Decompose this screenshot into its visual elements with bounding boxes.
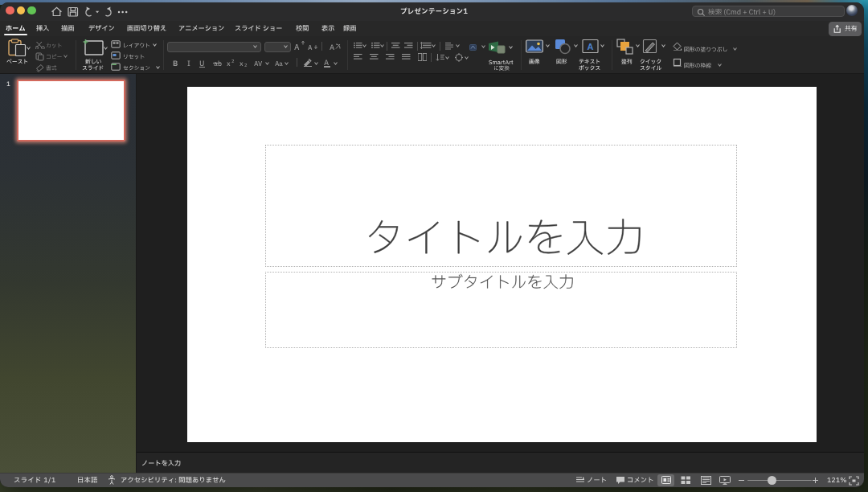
svg-text:A: A — [588, 42, 594, 51]
